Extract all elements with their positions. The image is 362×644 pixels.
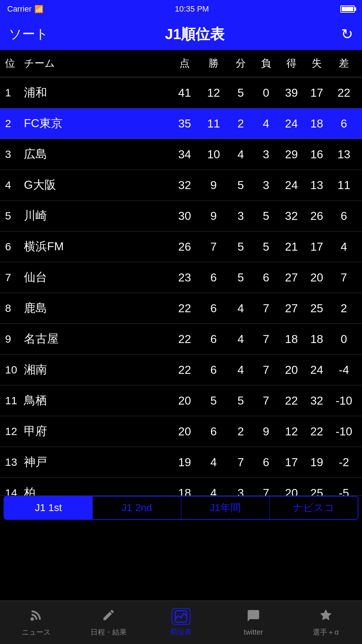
nav-bar: ソート J1順位表 ↻ xyxy=(0,18,362,50)
cell-rank: 12 xyxy=(4,425,21,438)
cell-team: 鳥栖 xyxy=(21,393,170,409)
cell-gf: 27 xyxy=(279,302,304,315)
cell-rank: 9 xyxy=(4,333,21,345)
refresh-button[interactable]: ↻ xyxy=(341,26,353,42)
col-team: チーム xyxy=(21,57,170,70)
cell-loss: 0 xyxy=(253,86,279,100)
cell-ga: 17 xyxy=(304,86,329,100)
cell-team: 神戸 xyxy=(21,454,170,470)
cell-gf: 20 xyxy=(279,486,304,496)
cell-team: 鹿島 xyxy=(21,300,170,316)
cell-win: 4 xyxy=(199,456,228,469)
cell-loss: 3 xyxy=(253,148,279,161)
cell-pts: 34 xyxy=(170,148,199,161)
cell-gd: 11 xyxy=(329,179,358,192)
cell-gd: -5 xyxy=(329,486,358,496)
cell-loss: 3 xyxy=(253,179,279,192)
cell-gf: 24 xyxy=(279,117,304,130)
tab-label: 選手＋α xyxy=(313,627,339,637)
segment-item-1[interactable]: J1 2nd xyxy=(93,497,181,519)
cell-draw: 2 xyxy=(228,117,253,130)
tab-label: twitter xyxy=(244,628,263,636)
table-row: 2 FC東京 35 11 2 4 24 18 6 xyxy=(0,108,362,139)
cell-ga: 17 xyxy=(304,240,329,254)
cell-gd: 4 xyxy=(329,240,358,254)
segment-item-0[interactable]: J1 1st xyxy=(4,497,93,519)
cell-rank: 13 xyxy=(4,456,21,468)
segment-control[interactable]: J1 1stJ1 2ndJ1年間ナビスコ xyxy=(4,496,358,520)
cell-pts: 20 xyxy=(170,425,199,438)
bottom-tab-選手＋α[interactable]: 選手＋α xyxy=(290,601,362,644)
col-loss: 負 xyxy=(253,57,279,70)
cell-gd: -10 xyxy=(329,425,358,438)
table-row: 13 神戸 19 4 7 6 17 19 -2 xyxy=(0,447,362,478)
cell-win: 5 xyxy=(199,394,228,407)
table-body: 1 浦和 41 12 5 0 39 17 22 2 FC東京 35 11 2 4… xyxy=(0,78,362,496)
cell-draw: 4 xyxy=(228,148,253,161)
cell-team: FC東京 xyxy=(21,116,170,131)
cell-win: 10 xyxy=(199,148,228,161)
cell-loss: 5 xyxy=(253,209,279,223)
tab-label: ニュース xyxy=(22,627,51,637)
bottom-tab-順位表[interactable]: 順位表 xyxy=(145,601,217,644)
cell-win: 6 xyxy=(199,271,228,284)
main-content: 位 チーム 点 勝 分 負 得 失 差 1 浦和 41 12 5 0 39 17… xyxy=(0,50,362,570)
chart-icon-box xyxy=(172,608,190,625)
cell-rank: 6 xyxy=(4,241,21,253)
cell-ga: 16 xyxy=(304,148,329,161)
cell-ga: 13 xyxy=(304,179,329,192)
col-win: 勝 xyxy=(199,57,228,70)
battery-icon xyxy=(340,5,355,13)
cell-pts: 32 xyxy=(170,179,199,192)
cell-win: 12 xyxy=(199,86,228,100)
cell-gf: 12 xyxy=(279,425,304,438)
cell-gd: 0 xyxy=(329,333,358,346)
bottom-tab-bar: ニュース 日程・結果 順位表 twitter 選手＋α xyxy=(0,601,362,644)
col-rank: 位 xyxy=(4,57,21,70)
cell-win: 11 xyxy=(199,117,228,130)
cell-draw: 5 xyxy=(228,179,253,192)
cell-win: 6 xyxy=(199,425,228,438)
star-icon xyxy=(319,608,333,625)
cell-pts: 41 xyxy=(170,86,199,100)
cell-win: 7 xyxy=(199,240,228,254)
col-gd: 差 xyxy=(329,57,358,70)
sort-button[interactable]: ソート xyxy=(9,25,49,43)
cell-pts: 20 xyxy=(170,394,199,407)
cell-draw: 3 xyxy=(228,486,253,496)
table-row: 12 甲府 20 6 2 9 12 22 -10 xyxy=(0,416,362,447)
cell-pts: 19 xyxy=(170,456,199,469)
segment-item-3[interactable]: ナビスコ xyxy=(270,497,358,519)
table-row: 10 湘南 22 6 4 7 20 24 -4 xyxy=(0,355,362,385)
table-row: 1 浦和 41 12 5 0 39 17 22 xyxy=(0,78,362,108)
cell-gf: 18 xyxy=(279,333,304,346)
page-title: J1順位表 xyxy=(165,24,225,44)
cell-draw: 5 xyxy=(228,271,253,284)
cell-draw: 4 xyxy=(228,302,253,315)
cell-team: 甲府 xyxy=(21,423,170,439)
col-ga: 失 xyxy=(304,57,329,70)
cell-win: 6 xyxy=(199,302,228,315)
cell-win: 4 xyxy=(199,486,228,496)
cell-team: 川崎 xyxy=(21,208,170,224)
cell-loss: 7 xyxy=(253,486,279,496)
tab-label: 日程・結果 xyxy=(90,627,127,637)
cell-loss: 7 xyxy=(253,394,279,407)
cell-rank: 2 xyxy=(4,117,21,130)
cell-rank: 3 xyxy=(4,148,21,160)
cell-team: 横浜FM xyxy=(21,239,170,255)
cell-rank: 8 xyxy=(4,302,21,314)
table-row: 6 横浜FM 26 7 5 5 21 17 4 xyxy=(0,231,362,262)
cell-team: 名古屋 xyxy=(21,331,170,347)
bottom-tab-twitter[interactable]: twitter xyxy=(217,601,290,644)
cell-loss: 6 xyxy=(253,271,279,284)
cell-draw: 7 xyxy=(228,456,253,469)
cell-gd: 6 xyxy=(329,209,358,223)
carrier-info: Carrier 📶 xyxy=(7,4,43,14)
segment-item-2[interactable]: J1年間 xyxy=(181,497,270,519)
bottom-tab-ニュース[interactable]: ニュース xyxy=(0,601,72,644)
cell-pts: 18 xyxy=(170,486,199,496)
bottom-tab-日程・結果[interactable]: 日程・結果 xyxy=(72,601,145,644)
cell-pts: 26 xyxy=(170,240,199,254)
cell-rank: 11 xyxy=(4,394,21,407)
